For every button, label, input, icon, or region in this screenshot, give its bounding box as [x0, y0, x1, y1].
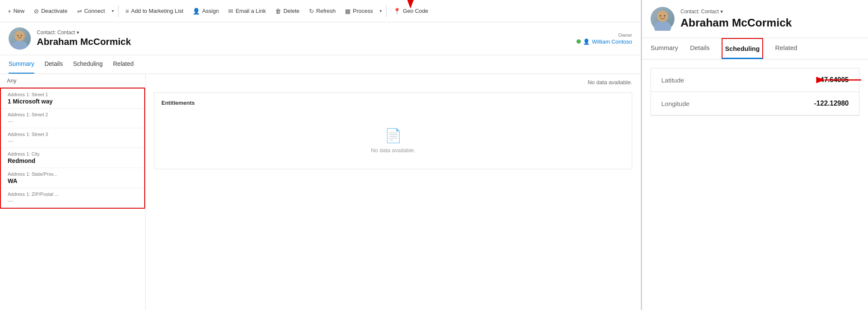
delete-label: Delete	[283, 8, 300, 14]
record-header-right: Owner 👤 William Contoso	[577, 32, 632, 45]
chevron-down-icon[interactable]: ▾	[77, 30, 79, 35]
longitude-row: Longitude -122.12980	[651, 92, 859, 115]
no-data-text: No data available.	[371, 147, 415, 154]
tab-scheduling[interactable]: Scheduling	[73, 55, 103, 74]
avatar-image	[9, 27, 31, 50]
owner-name: William Contoso	[592, 38, 632, 45]
right-record-name: Abraham McCormick	[681, 16, 792, 30]
avatar-svg	[9, 27, 31, 50]
record-type: Contact: Contact ▾	[37, 30, 131, 35]
field-label-zip: Address 1: ZIP/Postal ...	[8, 192, 137, 197]
process-button[interactable]: ▦ Process	[341, 5, 377, 17]
main-content: Any Address 1: Street 1 1 Microsoft way …	[0, 74, 641, 310]
divider-1	[118, 5, 119, 17]
field-street3: Address 1: Street 3 ---	[1, 128, 144, 148]
field-value-street1: 1 Microsoft way	[8, 98, 137, 105]
right-record-type: Contact: Contact ▾	[681, 9, 792, 15]
marketing-icon: ≡	[125, 8, 129, 15]
connect-label: Connect	[84, 8, 105, 14]
connect-button[interactable]: ⇌ Connect	[73, 5, 109, 17]
svg-point-11	[664, 15, 666, 17]
record-header-left: Contact: Contact ▾ Abraham McCormick	[9, 27, 131, 50]
field-label-state: Address 1: State/Prov...	[8, 171, 137, 177]
divider-2	[386, 5, 386, 17]
field-label-street1: Address 1: Street 1	[8, 92, 137, 97]
svg-point-6	[21, 35, 22, 36]
owner-person-icon: 👤	[583, 38, 590, 45]
connect-icon: ⇌	[77, 8, 82, 15]
form-column: Any Address 1: Street 1 1 Microsoft way …	[0, 74, 146, 310]
svg-point-10	[660, 15, 661, 17]
tabs-bar: Summary Details Scheduling Related	[0, 55, 641, 74]
field-zip: Address 1: ZIP/Postal ... ---	[1, 188, 144, 208]
field-value-street3: ---	[8, 138, 137, 144]
geo-icon: 📍	[393, 8, 401, 15]
right-panel: Contact: Contact ▾ Abraham McCormick Sum…	[641, 0, 868, 310]
latitude-label: Latitude	[661, 77, 684, 84]
process-label: Process	[353, 8, 373, 14]
field-value-zip: ---	[8, 198, 137, 204]
owner-status-dot	[577, 39, 581, 44]
new-label: New	[13, 8, 24, 14]
svg-point-9	[657, 11, 668, 22]
field-label-street3: Address 1: Street 3	[8, 132, 137, 137]
process-chevron[interactable]: ▾	[378, 6, 383, 16]
entitlements-box: Entitlements 📄 No data available.	[154, 92, 632, 169]
delete-button[interactable]: 🗑 Delete	[271, 5, 304, 17]
field-value-state: WA	[8, 177, 137, 184]
field-value-city: Redmond	[8, 157, 137, 164]
right-tab-details[interactable]: Details	[690, 38, 710, 59]
right-title-block: Contact: Contact ▾ Abraham McCormick	[681, 9, 792, 30]
latitude-value: 47.64005	[820, 76, 849, 84]
longitude-label: Longitude	[661, 100, 690, 107]
field-street2: Address 1: Street 2 ---	[1, 109, 144, 128]
email-icon: ✉	[228, 8, 233, 15]
svg-point-3	[12, 41, 27, 50]
svg-point-5	[18, 35, 19, 36]
email-a-link-label: Email a Link	[235, 8, 266, 14]
email-a-link-button[interactable]: ✉ Email a Link	[224, 5, 270, 17]
longitude-value: -122.12980	[814, 100, 849, 107]
owner-link[interactable]: 👤 William Contoso	[577, 38, 632, 45]
tab-related[interactable]: Related	[113, 55, 134, 74]
empty-document-icon: 📄	[385, 127, 402, 144]
tab-summary[interactable]: Summary	[9, 55, 34, 74]
deactivate-icon: ⊘	[34, 8, 39, 15]
left-panel: + New ⊘ Deactivate ⇌ Connect ▾ ≡ Add to …	[0, 0, 641, 310]
entitlements-title: Entitlements	[161, 100, 625, 106]
right-chevron-down-icon[interactable]: ▾	[720, 9, 723, 15]
deactivate-button[interactable]: ⊘ Deactivate	[30, 5, 71, 17]
field-street1: Address 1: Street 1 1 Microsoft way	[1, 89, 144, 109]
refresh-label: Refresh	[316, 8, 336, 14]
field-label-city: Address 1: City	[8, 151, 137, 156]
field-label-street2: Address 1: Street 2	[8, 112, 137, 117]
right-avatar-svg	[651, 7, 675, 31]
refresh-icon: ↻	[309, 8, 314, 15]
right-tab-summary[interactable]: Summary	[651, 38, 678, 59]
assign-button[interactable]: 👤 Assign	[188, 5, 223, 17]
field-state: Address 1: State/Prov... WA	[1, 168, 144, 188]
right-tab-scheduling[interactable]: Scheduling	[722, 38, 763, 59]
add-to-marketing-list-button[interactable]: ≡ Add to Marketing List	[121, 5, 187, 17]
toolbar: + New ⊘ Deactivate ⇌ Connect ▾ ≡ Add to …	[0, 0, 641, 22]
field-city: Address 1: City Redmond	[1, 148, 144, 168]
geo-code-label: Geo Code	[403, 8, 428, 14]
record-header: Contact: Contact ▾ Abraham McCormick Own…	[0, 22, 641, 55]
new-button[interactable]: + New	[3, 5, 29, 17]
tab-details[interactable]: Details	[45, 55, 63, 74]
connect-chevron[interactable]: ▾	[110, 6, 116, 16]
refresh-button[interactable]: ↻ Refresh	[305, 5, 340, 17]
add-to-marketing-list-label: Add to Marketing List	[131, 8, 183, 14]
right-avatar	[651, 7, 675, 31]
right-tabs-bar: Summary Details Scheduling Related	[642, 38, 868, 59]
geo-code-button[interactable]: 📍 Geo Code	[389, 5, 432, 17]
right-header: Contact: Contact ▾ Abraham McCormick	[642, 0, 868, 38]
latitude-row: Latitude 47.64005	[651, 68, 859, 92]
no-data-center: 📄 No data available.	[161, 119, 625, 162]
deactivate-label: Deactivate	[41, 8, 67, 14]
owner-label: Owner	[577, 32, 632, 38]
assign-label: Assign	[202, 8, 219, 14]
assign-icon: 👤	[193, 8, 200, 15]
avatar	[9, 27, 31, 50]
right-tab-related[interactable]: Related	[775, 38, 797, 59]
